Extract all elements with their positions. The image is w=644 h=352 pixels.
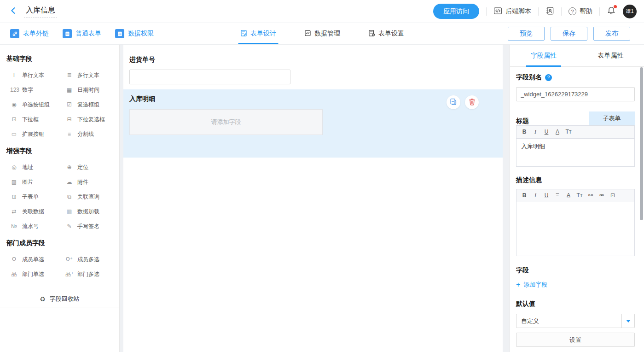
- default-value-label: 默认值: [516, 300, 635, 308]
- bold-icon[interactable]: B: [519, 189, 530, 202]
- chevron-down-icon: [626, 320, 631, 323]
- toolbar-action-button[interactable]: 发布: [593, 27, 630, 41]
- subform-dropzone[interactable]: 请添加字段: [129, 109, 323, 135]
- unlink-icon[interactable]: ⚮: [596, 189, 607, 202]
- field-item[interactable]: № 流水号: [10, 219, 59, 234]
- field-item-label: 分割线: [77, 130, 94, 138]
- align-icon[interactable]: Ξ: [552, 189, 563, 202]
- tab-form-properties[interactable]: 表单属性: [577, 45, 644, 66]
- page-title[interactable]: 入库信息: [24, 5, 57, 18]
- field-item[interactable]: ⧉ 关联查询: [65, 189, 114, 204]
- field-item[interactable]: ≣ 多行文本: [65, 68, 114, 82]
- field-item[interactable]: ⊡ 下拉框: [10, 112, 59, 127]
- alias-help-icon[interactable]: ?: [545, 74, 552, 81]
- bar-chart-icon: [115, 29, 124, 38]
- link-icon[interactable]: ⚯: [585, 189, 596, 202]
- field-item-label: 下拉复选框: [77, 116, 105, 123]
- document-icon: [63, 29, 72, 38]
- field-item-label: 日期时间: [77, 86, 99, 94]
- field-item[interactable]: Ω⁺ 成员多选: [65, 252, 114, 267]
- title-editor-content[interactable]: 入库明细: [516, 139, 634, 166]
- underline-icon[interactable]: U: [541, 189, 552, 202]
- field-item-label: 地址: [22, 164, 33, 171]
- field-item[interactable]: ▥ 数据加载: [65, 204, 114, 219]
- field-item[interactable]: ⊟ 下拉复选框: [65, 112, 114, 127]
- copy-icon: [450, 98, 457, 107]
- code-icon: [493, 6, 502, 17]
- question-icon: ?: [569, 7, 576, 15]
- field-item[interactable]: T 单行文本: [10, 68, 59, 82]
- toolbar-action-button[interactable]: 保存: [551, 27, 587, 41]
- panel-scrollbar[interactable]: [640, 67, 643, 220]
- field-item-icon: ▨: [10, 179, 18, 185]
- data-permission-button[interactable]: 数据权限: [115, 29, 154, 38]
- description-editor-content[interactable]: [516, 202, 634, 256]
- field-item[interactable]: ⊞ 子表单: [10, 189, 59, 204]
- field-item-icon: ≣: [65, 72, 73, 78]
- default-value-select[interactable]: 自定义: [516, 314, 635, 328]
- image-icon[interactable]: ⊡: [607, 189, 618, 202]
- field-item[interactable]: 123 数字: [10, 82, 59, 97]
- field-recycle-bin[interactable]: ♻ 字段回收站: [0, 291, 119, 307]
- add-field-label: 添加字段: [523, 281, 547, 289]
- plus-icon: +: [516, 282, 520, 288]
- field-item-icon: ▦: [65, 87, 73, 93]
- field-item[interactable]: ◉ 单选按钮组: [10, 97, 59, 112]
- field-item[interactable]: 品 部门单选: [10, 267, 59, 282]
- field-item-label: 关联数据: [22, 208, 44, 216]
- widget-single-line-text[interactable]: 进货单号: [123, 56, 503, 84]
- subform-title: 入库明细: [129, 95, 497, 103]
- italic-icon[interactable]: I: [530, 126, 541, 138]
- chevron-left-icon: [9, 6, 17, 17]
- help-button[interactable]: ? 帮助: [569, 7, 592, 16]
- underline-icon[interactable]: U: [541, 126, 552, 138]
- single-line-text-input[interactable]: [129, 70, 290, 84]
- add-field-button[interactable]: + 添加字段: [516, 281, 635, 289]
- divider: [561, 7, 562, 16]
- backend-script-button[interactable]: 后端脚本: [493, 6, 531, 17]
- italic-icon[interactable]: I: [530, 189, 541, 202]
- tab-form-settings[interactable]: 表单设置: [368, 23, 404, 44]
- field-item[interactable]: ▨ 图片: [10, 175, 59, 189]
- address-book-icon: [545, 6, 554, 17]
- field-item[interactable]: ◎ 地址: [10, 160, 59, 175]
- tab-label: 数据管理: [314, 29, 340, 38]
- normal-form-button[interactable]: 普通表单: [63, 29, 101, 38]
- widget-subform-selected[interactable]: 入库明细 请添加字段: [123, 89, 503, 158]
- fields-label: 字段: [516, 266, 635, 275]
- tab-field-properties[interactable]: 字段属性: [510, 45, 577, 66]
- contacts-button[interactable]: [545, 6, 554, 17]
- font-color-icon[interactable]: A: [552, 126, 563, 138]
- notification-button[interactable]: [607, 6, 616, 17]
- bold-icon[interactable]: B: [519, 126, 530, 138]
- data-permission-label: 数据权限: [128, 29, 154, 38]
- field-item[interactable]: ≡ 分割线: [65, 127, 114, 141]
- copy-widget-button[interactable]: [447, 95, 460, 109]
- delete-widget-button[interactable]: [465, 95, 479, 109]
- back-button[interactable]: [9, 6, 17, 17]
- field-item[interactable]: ⇄ 关联数据: [10, 204, 59, 219]
- field-item[interactable]: ⊕ 定位: [65, 160, 114, 175]
- font-size-icon[interactable]: Tт: [563, 126, 574, 138]
- alias-input[interactable]: [516, 87, 635, 101]
- external-link-button[interactable]: 表单外链: [10, 29, 49, 38]
- field-item-label: 扩展按钮: [22, 130, 44, 138]
- field-item[interactable]: ▦ 日期时间: [65, 82, 114, 97]
- app-access-button[interactable]: 应用访问: [433, 4, 479, 19]
- font-size-icon[interactable]: Tт: [574, 189, 585, 202]
- divider: [486, 7, 487, 16]
- field-item[interactable]: ☁ 附件: [65, 175, 114, 189]
- avatar[interactable]: 谭1: [623, 5, 637, 18]
- tab-form-design[interactable]: 表单设计: [240, 23, 276, 44]
- alias-label: 字段别名: [516, 73, 542, 82]
- field-item[interactable]: ▭ 扩展按钮: [10, 127, 59, 141]
- tab-data-manage[interactable]: 数据管理: [304, 23, 340, 44]
- field-item-icon: ◉: [10, 101, 18, 108]
- field-item[interactable]: ☑ 复选框组: [65, 97, 114, 112]
- settings-button[interactable]: 设置: [516, 333, 635, 347]
- toolbar-action-button[interactable]: 预览: [508, 27, 545, 41]
- field-item[interactable]: 品⁺ 部门多选: [65, 267, 114, 282]
- font-color-icon[interactable]: A: [563, 189, 574, 202]
- field-item[interactable]: ✎ 手写签名: [65, 219, 114, 234]
- field-item[interactable]: Ω 成员单选: [10, 252, 59, 267]
